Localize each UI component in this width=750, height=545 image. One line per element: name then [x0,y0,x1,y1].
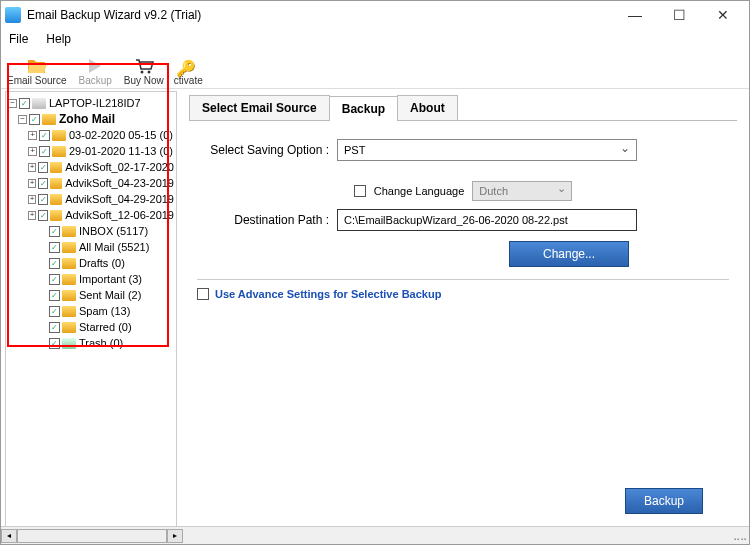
toolbar-activate[interactable]: ctivate [174,75,203,88]
tree-root[interactable]: −✓LAPTOP-IL218ID7 [8,95,174,111]
change-language-label: Change Language [374,185,465,197]
folder-icon [42,114,56,125]
advance-settings-label: Use Advance Settings for Selective Backu… [215,288,441,300]
app-icon [5,7,21,23]
advance-settings-checkbox[interactable] [197,288,209,300]
resize-grip-icon[interactable]: ⣀⣀ [731,529,749,543]
svg-point-1 [147,71,150,74]
destination-path-input[interactable]: C:\EmailBackupWizard_26-06-2020 08-22.ps… [337,209,637,231]
tree-important[interactable]: ✓Important (3) [8,271,174,287]
tree-folder[interactable]: +✓AdvikSoft_12-06-2019 [8,207,174,223]
toolbar-backup[interactable]: Backup [72,50,117,88]
scroll-right-icon[interactable]: ▸ [167,529,183,543]
tree-trash[interactable]: ✓Trash (0) [8,335,174,351]
folder-icon [62,290,76,301]
cart-icon [134,57,154,75]
trash-icon [62,338,76,349]
tree-sent[interactable]: ✓Sent Mail (2) [8,287,174,303]
tree-folder[interactable]: +✓AdvikSoft_04-29-2019 [8,191,174,207]
tree-folder[interactable]: +✓AdvikSoft_02-17-2020 [8,159,174,175]
tree-spam[interactable]: ✓Spam (13) [8,303,174,319]
folder-icon [62,226,76,237]
menu-help[interactable]: Help [46,32,71,46]
tree-folder[interactable]: +✓AdvikSoft_04-23-2019 [8,175,174,191]
folder-open-icon [27,57,47,75]
computer-icon [32,98,46,109]
tree-folder[interactable]: +✓03-02-2020 05-15 (0) [8,127,174,143]
folder-icon [50,162,62,173]
folder-icon [52,146,66,157]
tree-folder[interactable]: +✓29-01-2020 11-13 (0) [8,143,174,159]
menu-file[interactable]: File [9,32,28,46]
folder-icon [62,322,76,333]
folder-icon [62,306,76,317]
folder-icon [50,210,62,221]
toolbar-email-source[interactable]: Email Source [1,50,72,88]
folder-icon [62,258,76,269]
folder-icon [62,242,76,253]
saving-option-select[interactable]: PST [337,139,637,161]
window-title: Email Backup Wizard v9.2 (Trial) [27,8,613,22]
saving-option-label: Select Saving Option : [197,143,337,157]
scroll-left-icon[interactable]: ◂ [1,529,17,543]
tree-starred[interactable]: ✓Starred (0) [8,319,174,335]
change-language-checkbox[interactable] [354,185,366,197]
language-select[interactable]: Dutch [472,181,572,201]
tab-backup[interactable]: Backup [329,96,398,121]
play-icon [85,57,105,75]
svg-point-0 [140,71,143,74]
backup-button[interactable]: Backup [625,488,703,514]
destination-path-label: Destination Path : [197,213,337,227]
close-button[interactable]: ✕ [701,1,745,29]
sidebar-tree: −✓LAPTOP-IL218ID7 −✓Zoho Mail +✓03-02-20… [5,91,177,528]
tree-allmail[interactable]: ✓All Mail (5521) [8,239,174,255]
tree-inbox[interactable]: ✓INBOX (5117) [8,223,174,239]
minimize-button[interactable]: — [613,1,657,29]
tree-drafts[interactable]: ✓Drafts (0) [8,255,174,271]
folder-icon [52,130,66,141]
folder-icon [50,178,62,189]
tab-about[interactable]: About [397,95,458,120]
maximize-button[interactable]: ☐ [657,1,701,29]
toolbar-buy-now[interactable]: Buy Now [118,50,170,88]
folder-icon [62,274,76,285]
folder-icon [50,194,62,205]
tree-account[interactable]: −✓Zoho Mail [8,111,174,127]
scrollbar-track[interactable] [17,529,167,543]
tab-email-source[interactable]: Select Email Source [189,95,330,120]
change-button[interactable]: Change... [509,241,629,267]
status-bar: ◂ ▸ ⣀⣀ [1,526,749,544]
